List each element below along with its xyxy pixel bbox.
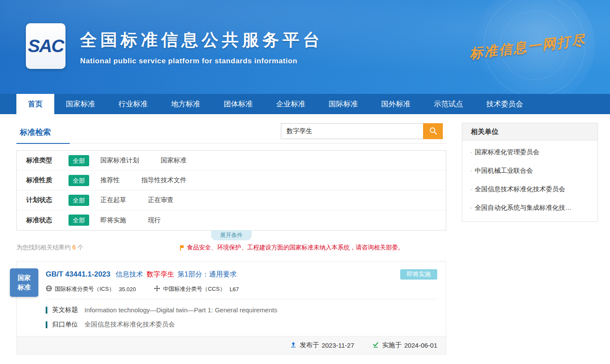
standard-title-highlight: 数字孪生 <box>146 270 174 279</box>
related-units-title: 相关单位 <box>462 123 598 140</box>
filter-row-standard-type: 标准类型 全部 国家标准计划 国家标准 <box>17 151 446 171</box>
related-unit-item[interactable]: ·全国自动化系统与集成标准化技… <box>470 199 591 217</box>
ccs-label: 中国标准分类号（CCS） <box>163 285 225 293</box>
filter-row-standard-nature: 标准性质 全部 推荐性 指导性技术文件 <box>17 171 446 190</box>
filter-row-plan-status: 计划状态 全部 正在起草 正在审查 <box>17 190 446 210</box>
ccs-group: 中国标准分类号（CCS） L67 <box>154 285 239 293</box>
filter-option[interactable]: 指导性技术文件 <box>141 176 187 184</box>
list-dot: · <box>470 148 472 156</box>
english-title-row: 英文标题 Information technology—Digital twin… <box>46 306 437 314</box>
card-divider <box>46 299 437 299</box>
results-count: 6 <box>72 244 76 251</box>
implement-date-group: 实施于 2024-06-01 <box>372 341 437 349</box>
results-row: 为您找到相关结果约6个 食品安全、环境保护、工程建设方面的国家标准未纳入本系统，… <box>16 244 446 252</box>
dept-value: 全国信息技术标准化技术委员会 <box>84 320 175 329</box>
standard-type-badge: 国家 标准 <box>10 268 38 297</box>
header-slogan: 标准信息一网打尽 <box>468 31 587 63</box>
globe-icon <box>46 285 55 293</box>
filter-option[interactable]: 国家标准计划 <box>100 156 139 165</box>
implement-icon <box>372 341 382 349</box>
sac-logo[interactable]: SAC <box>26 23 65 69</box>
type-badge-line1: 国家 <box>18 273 31 283</box>
filter-all-button[interactable]: 全部 <box>68 195 89 206</box>
result-card: 国家 标准 GB/T 43441.1-2023 信息技术 数字孪生 第1部分：通… <box>16 261 446 355</box>
related-unit-item[interactable]: ·全国信息技术标准化技术委员会 <box>470 180 591 199</box>
search-icon <box>429 127 437 136</box>
list-dot: · <box>470 185 472 193</box>
standard-title-part2: 第1部分：通用要求 <box>177 270 237 279</box>
nav-tab-technical-committee[interactable]: 技术委员会 <box>475 94 535 114</box>
filter-row-standard-status: 标准状态 全部 即将实施 现行 <box>17 210 446 230</box>
publish-date: 2023-11-27 <box>322 342 355 349</box>
publish-date-group: 发布于 2023-11-27 <box>290 341 355 349</box>
status-badge: 即将实施 <box>400 269 437 280</box>
standard-title-link[interactable]: GB/T 43441.1-2023 信息技术 数字孪生 第1部分：通用要求 <box>46 270 237 279</box>
filter-all-button[interactable]: 全部 <box>68 215 89 226</box>
nav-tab-enterprise-standards[interactable]: 企业标准 <box>265 94 317 114</box>
site-title-block: 全国标准信息公共服务平台 National public service pla… <box>80 28 323 65</box>
filter-option[interactable]: 正在审查 <box>148 196 174 204</box>
publish-label: 发布于 <box>300 341 319 349</box>
ccs-cross-icon <box>154 285 163 293</box>
nav-tab-foreign-standards[interactable]: 国外标准 <box>370 94 422 114</box>
related-unit-item[interactable]: ·中国机械工业联合会 <box>470 162 591 180</box>
filter-all-button[interactable]: 全部 <box>68 175 89 186</box>
filter-option[interactable]: 正在起草 <box>100 196 126 204</box>
ics-value: 35.020 <box>119 286 136 292</box>
filter-option[interactable]: 推荐性 <box>100 176 120 184</box>
standard-title-part1: 信息技术 <box>115 270 143 279</box>
classification-row: 国际标准分类号（ICS） 35.020 <box>46 285 437 293</box>
results-summary: 为您找到相关结果约6个 <box>16 244 84 252</box>
notice-text: 食品安全、环境保护、工程建设方面的国家标准未纳入本系统，请咨询相关部委。 <box>187 244 404 252</box>
related-units-panel: 相关单位 ·国家标准化管理委员会 ·中国机械工业联合会 ·全国信息技术标准化技术… <box>462 123 598 222</box>
results-summary-suffix: 个 <box>78 244 84 251</box>
publish-icon <box>290 341 300 349</box>
list-dot: · <box>470 167 472 174</box>
ics-group: 国际标准分类号（ICS） 35.020 <box>46 285 136 293</box>
expand-conditions-button[interactable]: 展开条件 <box>211 230 252 240</box>
nav-tab-local-standards[interactable]: 地方标准 <box>159 94 212 114</box>
filter-option[interactable]: 现行 <box>148 216 161 224</box>
filter-label: 标准状态 <box>26 216 68 224</box>
standard-code: GB/T 43441.1-2023 <box>46 270 110 279</box>
tab-standard-search[interactable]: 标准检索 <box>16 123 70 144</box>
implement-label: 实施于 <box>382 341 401 349</box>
result-card-body: GB/T 43441.1-2023 信息技术 数字孪生 第1部分：通用要求 即将… <box>17 261 446 329</box>
dept-row: 归口单位 全国信息技术标准化技术委员会 <box>46 320 437 329</box>
nav-tab-international-standards[interactable]: 国际标准 <box>317 94 370 114</box>
filter-option[interactable]: 国家标准 <box>161 156 187 165</box>
nav-tab-industry-standards[interactable]: 行业标准 <box>107 94 159 114</box>
related-unit-item[interactable]: ·国家标准化管理委员会 <box>470 143 591 162</box>
search-box <box>281 123 443 139</box>
search-results-column: 标准检索 标准类型 全部 国家标准计划 国家标准 <box>16 123 446 355</box>
accent-bar <box>46 321 47 328</box>
search-header: 标准检索 <box>16 123 446 143</box>
dept-label: 归口单位 <box>52 320 78 329</box>
ics-label: 国际标准分类号（ICS） <box>55 285 115 293</box>
related-units-list: ·国家标准化管理委员会 ·中国机械工业联合会 ·全国信息技术标准化技术委员会 ·… <box>462 140 598 221</box>
filter-label: 计划状态 <box>26 196 68 204</box>
sac-logo-text: SAC <box>28 36 64 56</box>
flag-icon <box>179 245 185 251</box>
main-nav: 首页 国家标准 行业标准 地方标准 团体标准 企业标准 国际标准 国外标准 示范… <box>0 94 610 114</box>
result-card-footer: 发布于 2023-11-27 实施于 2024-06-01 <box>17 336 446 354</box>
nav-tab-national-standards[interactable]: 国家标准 <box>54 94 107 114</box>
system-notice: 食品安全、环境保护、工程建设方面的国家标准未纳入本系统，请咨询相关部委。 <box>179 244 404 252</box>
english-title-label: 英文标题 <box>52 306 78 314</box>
list-dot: · <box>470 204 472 211</box>
nav-tab-home[interactable]: 首页 <box>16 94 54 114</box>
site-subtitle: National public service platform for sta… <box>80 57 323 65</box>
main-content: 标准检索 标准类型 全部 国家标准计划 国家标准 <box>0 114 610 355</box>
filter-all-button[interactable]: 全部 <box>68 155 89 166</box>
nav-tab-group-standards[interactable]: 团体标准 <box>212 94 265 114</box>
search-input[interactable] <box>281 123 423 139</box>
accent-bar <box>46 307 47 314</box>
site-header: SAC 全国标准信息公共服务平台 National public service… <box>0 0 610 94</box>
filter-label: 标准性质 <box>26 176 68 184</box>
filter-option[interactable]: 即将实施 <box>100 216 126 224</box>
nav-tab-pilot[interactable]: 示范试点 <box>422 94 475 114</box>
search-button[interactable] <box>423 123 443 139</box>
site-title: 全国标准信息公共服务平台 <box>80 28 323 52</box>
result-title-row: GB/T 43441.1-2023 信息技术 数字孪生 第1部分：通用要求 即将… <box>46 269 437 280</box>
english-title-value: Information technology—Digital twin—Part… <box>84 306 277 314</box>
